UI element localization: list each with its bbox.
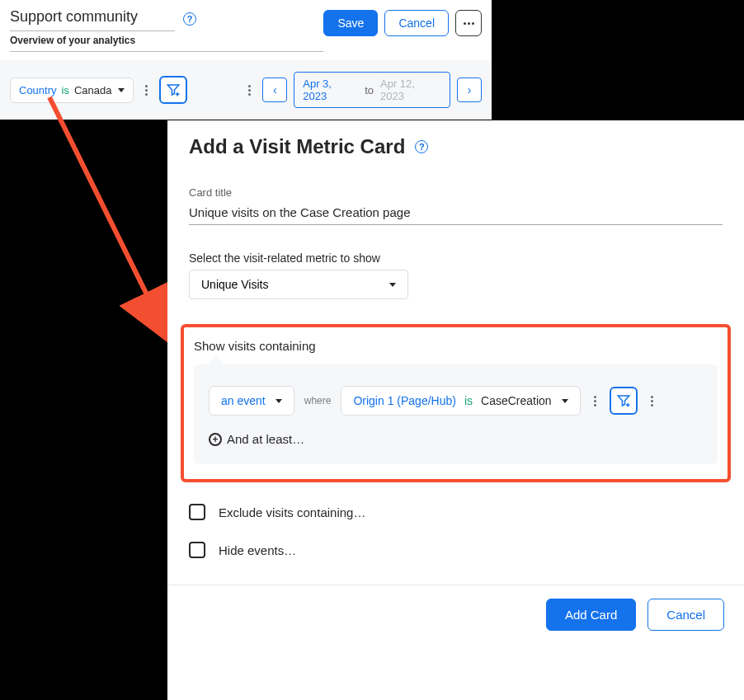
date-range-group: ‹ Apr 3, 2023 to Apr 12, 2023 › xyxy=(262,72,482,108)
toolbar-options-button[interactable] xyxy=(245,85,254,96)
modal-title: Add a Visit Metric Card xyxy=(189,135,405,158)
date-prev-button[interactable]: ‹ xyxy=(262,78,287,102)
dashboard-title-input[interactable] xyxy=(10,7,175,31)
dashboard-header: ? Save Cancel xyxy=(0,0,492,52)
card-title-field: Card title xyxy=(189,186,723,225)
help-icon[interactable]: ? xyxy=(183,12,196,26)
funnel-plus-icon xyxy=(166,82,181,97)
filter-field: Country xyxy=(19,84,57,96)
condition-type-value: an event xyxy=(221,394,266,407)
metric-select-value: Unique Visits xyxy=(201,278,268,291)
header-actions: Save Cancel xyxy=(323,7,482,36)
filter-value: Canada xyxy=(74,84,112,96)
modal-cancel-button[interactable]: Cancel xyxy=(647,599,724,631)
add-visit-metric-modal: Add a Visit Metric Card ? Card title Sel… xyxy=(167,120,744,700)
where-label: where xyxy=(304,395,332,406)
date-from: Apr 3, 2023 xyxy=(303,78,358,102)
checkbox-icon xyxy=(189,504,205,520)
date-range-picker[interactable]: Apr 3, 2023 to Apr 12, 2023 xyxy=(294,72,450,108)
card-options-button[interactable] xyxy=(647,396,657,406)
filter-options-button[interactable] xyxy=(142,85,151,96)
header-left: ? xyxy=(10,7,323,52)
visit-condition-card: an event where Origin 1 (Page/Hub) is Ca… xyxy=(194,364,718,464)
condition-options-button[interactable] xyxy=(591,396,600,406)
card-title-label: Card title xyxy=(189,186,723,199)
date-next-button[interactable]: › xyxy=(457,78,482,102)
card-title-input[interactable] xyxy=(189,202,723,225)
help-icon[interactable]: ? xyxy=(415,140,428,153)
condition-value: CaseCreation xyxy=(481,394,552,407)
chevron-down-icon xyxy=(118,88,125,92)
add-filter-button[interactable] xyxy=(159,76,187,104)
condition-operator: is xyxy=(464,394,473,407)
title-row: ? xyxy=(10,7,323,31)
filter-pill-country[interactable]: Country is Canada xyxy=(10,78,134,103)
and-at-least-label: And at least… xyxy=(227,432,304,446)
annotation-arrow xyxy=(41,89,181,353)
hide-events-label: Hide events… xyxy=(219,543,296,557)
more-menu-button[interactable] xyxy=(455,10,482,36)
svg-line-2 xyxy=(49,97,163,328)
modal-footer: Add Card Cancel xyxy=(167,585,744,644)
add-and-condition-button[interactable]: + And at least… xyxy=(209,432,703,446)
add-condition-filter-button[interactable] xyxy=(610,387,638,415)
exclude-visits-toggle[interactable]: Exclude visits containing… xyxy=(189,504,723,520)
condition-filter-select[interactable]: Origin 1 (Page/Hub) is CaseCreation xyxy=(341,386,580,416)
cancel-button[interactable]: Cancel xyxy=(384,10,449,36)
modal-title-row: Add a Visit Metric Card ? xyxy=(189,135,723,158)
show-visits-section: Show visits containing an event where Or… xyxy=(189,324,723,482)
filter-operator: is xyxy=(62,84,69,96)
add-card-button[interactable]: Add Card xyxy=(546,599,636,631)
condition-row: an event where Origin 1 (Page/Hub) is Ca… xyxy=(209,386,703,416)
annotation-highlight-box: Show visits containing an event where Or… xyxy=(181,324,731,482)
hide-events-toggle[interactable]: Hide events… xyxy=(189,542,723,558)
plus-circle-icon: + xyxy=(209,433,222,446)
save-button[interactable]: Save xyxy=(323,10,378,36)
filter-bar: Country is Canada ‹ Apr 3, 2023 to Apr 1… xyxy=(0,60,492,120)
show-visits-label: Show visits containing xyxy=(194,339,718,353)
funnel-plus-icon xyxy=(616,393,631,408)
condition-field: Origin 1 (Page/Hub) xyxy=(353,394,456,407)
dashboard-subtitle-input[interactable] xyxy=(10,33,323,52)
exclude-visits-label: Exclude visits containing… xyxy=(219,505,365,519)
date-to-label: to xyxy=(365,84,374,96)
chevron-down-icon xyxy=(562,399,568,403)
dashboard-header-panel: ? Save Cancel Country is Canada ‹ Apr 3,… xyxy=(0,0,492,120)
metric-select-label: Select the visit-related metric to show xyxy=(189,251,723,265)
condition-type-select[interactable]: an event xyxy=(209,386,294,416)
chevron-down-icon xyxy=(389,283,396,287)
date-to: Apr 12, 2023 xyxy=(380,78,441,102)
checkbox-icon xyxy=(189,542,205,558)
chevron-down-icon xyxy=(275,399,282,403)
metric-select-section: Select the visit-related metric to show … xyxy=(189,251,723,299)
metric-select[interactable]: Unique Visits xyxy=(189,270,408,299)
